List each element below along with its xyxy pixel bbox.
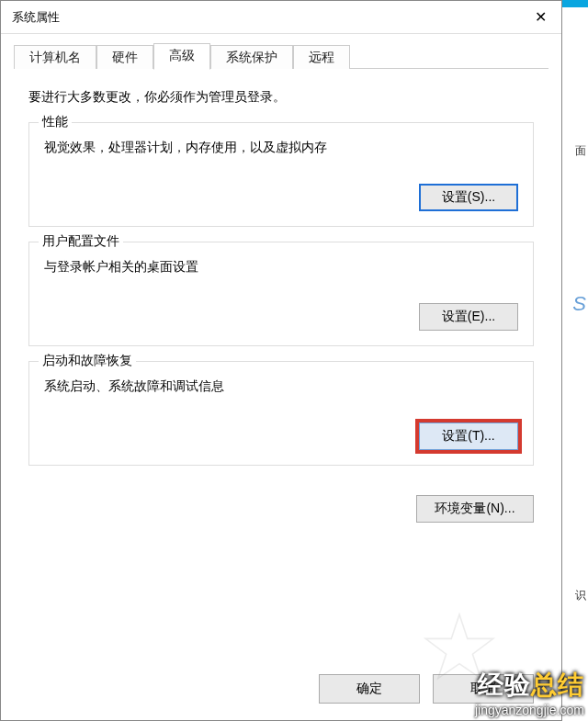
tab-strip: 计算机名 硬件 高级 系统保护 远程 <box>14 43 548 69</box>
group-startup-recovery: 启动和故障恢复 系统启动、系统故障和调试信息 设置(T)... <box>28 361 534 466</box>
group-title-performance: 性能 <box>39 114 72 130</box>
titlebar: 系统属性 ✕ <box>1 1 561 34</box>
startup-recovery-desc: 系统启动、系统故障和调试信息 <box>44 378 518 395</box>
tab-content-advanced: 要进行大多数更改，你必须作为管理员登录。 性能 视觉效果，处理器计划，内存使用，… <box>1 69 561 490</box>
group-user-profiles: 用户配置文件 与登录帐户相关的桌面设置 设置(E)... <box>28 242 534 346</box>
performance-settings-button[interactable]: 设置(S)... <box>419 184 518 211</box>
bg-fragment: S <box>572 292 586 316</box>
user-profiles-settings-button[interactable]: 设置(E)... <box>419 303 518 331</box>
group-title-startup-recovery: 启动和故障恢复 <box>39 353 136 369</box>
tab-advanced[interactable]: 高级 <box>153 43 210 70</box>
system-properties-window: 系统属性 ✕ 计算机名 硬件 高级 系统保护 远程 要进行大多数更改，你必须作为… <box>0 0 562 721</box>
close-icon: ✕ <box>535 8 547 26</box>
bg-fragment: 面 <box>575 143 586 159</box>
close-button[interactable]: ✕ <box>519 2 561 33</box>
tab-system-protection[interactable]: 系统保护 <box>210 45 293 69</box>
dialog-footer: 确定 取消 <box>1 674 561 704</box>
user-profiles-desc: 与登录帐户相关的桌面设置 <box>44 259 518 276</box>
bg-fragment: 识 <box>575 588 586 603</box>
admin-notice: 要进行大多数更改，你必须作为管理员登录。 <box>28 89 534 106</box>
group-title-user-profiles: 用户配置文件 <box>39 233 123 250</box>
ok-button[interactable]: 确定 <box>319 674 420 704</box>
environment-variables-button[interactable]: 环境变量(N)... <box>416 495 534 523</box>
startup-recovery-settings-button[interactable]: 设置(T)... <box>419 422 518 450</box>
group-performance: 性能 视觉效果，处理器计划，内存使用，以及虚拟内存 设置(S)... <box>28 122 534 227</box>
tab-computer-name[interactable]: 计算机名 <box>14 45 96 69</box>
performance-desc: 视觉效果，处理器计划，内存使用，以及虚拟内存 <box>44 140 518 156</box>
window-title: 系统属性 <box>12 9 60 26</box>
tab-hardware[interactable]: 硬件 <box>96 45 153 69</box>
cancel-button[interactable]: 取消 <box>433 674 534 704</box>
tab-remote[interactable]: 远程 <box>293 45 350 69</box>
background-window-edge: 面 S 识 <box>562 0 588 721</box>
